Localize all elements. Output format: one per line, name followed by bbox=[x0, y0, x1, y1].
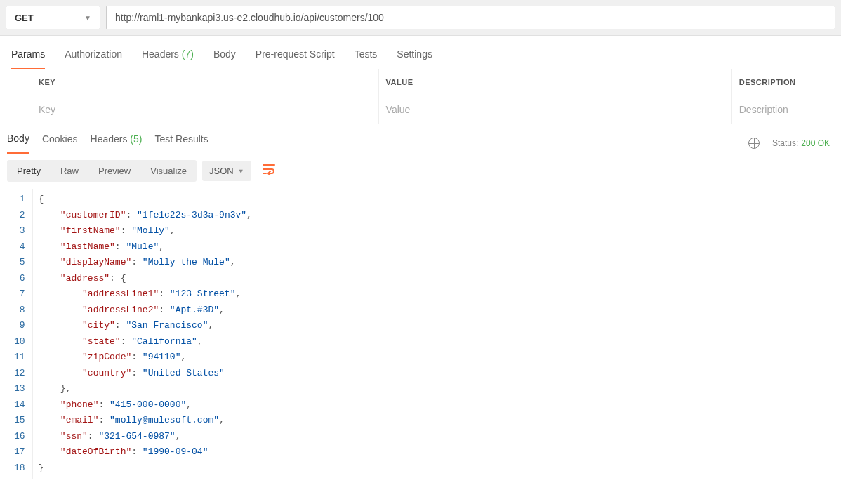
tab-params[interactable]: Params bbox=[11, 48, 45, 69]
headers-count: (7) bbox=[182, 48, 194, 60]
tab-resp-headers-label: Headers bbox=[91, 133, 128, 145]
tab-prerequest[interactable]: Pre-request Script bbox=[256, 48, 335, 69]
json-code[interactable]: { "customerID": "1fe1c22s-3d3a-9n3v", "f… bbox=[33, 189, 258, 479]
view-raw[interactable]: Raw bbox=[51, 160, 88, 182]
status-code: 200 OK bbox=[801, 138, 830, 148]
request-bar: GET ▼ bbox=[0, 0, 841, 36]
table-row[interactable]: Key Value Description bbox=[0, 95, 841, 124]
tab-test-results[interactable]: Test Results bbox=[154, 133, 208, 153]
format-select[interactable]: JSON ▼ bbox=[202, 161, 251, 181]
http-method-select[interactable]: GET ▼ bbox=[6, 6, 100, 29]
tab-body[interactable]: Body bbox=[213, 48, 236, 69]
line-gutter: 123456789101112131415161718 bbox=[0, 189, 33, 479]
key-input[interactable]: Key bbox=[0, 95, 378, 124]
chevron-down-icon: ▼ bbox=[238, 168, 244, 175]
tab-headers[interactable]: Headers (7) bbox=[142, 48, 194, 69]
globe-icon[interactable] bbox=[748, 138, 760, 149]
col-key: KEY bbox=[0, 69, 378, 95]
url-input[interactable] bbox=[106, 6, 835, 29]
response-tabs: Body Cookies Headers (5) Test Results St… bbox=[0, 124, 841, 153]
tab-resp-body[interactable]: Body bbox=[7, 133, 29, 154]
response-body-viewer[interactable]: 123456789101112131415161718 { "customerI… bbox=[0, 189, 841, 479]
col-description: DESCRIPTION bbox=[731, 69, 841, 95]
tab-resp-headers[interactable]: Headers (5) bbox=[91, 133, 143, 153]
table-header: KEY VALUE DESCRIPTION bbox=[0, 69, 841, 95]
view-visualize[interactable]: Visualize bbox=[140, 160, 197, 182]
view-preview[interactable]: Preview bbox=[88, 160, 140, 182]
tab-resp-cookies[interactable]: Cookies bbox=[42, 133, 78, 153]
tab-settings[interactable]: Settings bbox=[397, 48, 432, 69]
view-mode-bar: Pretty Raw Preview Visualize JSON ▼ bbox=[0, 153, 841, 189]
wrap-lines-icon[interactable] bbox=[257, 161, 281, 181]
col-value: VALUE bbox=[378, 69, 731, 95]
tab-headers-label: Headers bbox=[142, 48, 179, 60]
params-table: KEY VALUE DESCRIPTION Key Value Descript… bbox=[0, 69, 841, 124]
chevron-down-icon: ▼ bbox=[84, 14, 91, 22]
description-input[interactable]: Description bbox=[731, 95, 841, 124]
resp-headers-count: (5) bbox=[130, 133, 142, 145]
view-mode-pill: Pretty Raw Preview Visualize bbox=[7, 160, 197, 182]
tab-authorization[interactable]: Authorization bbox=[65, 48, 122, 69]
value-input[interactable]: Value bbox=[378, 95, 731, 124]
http-method-label: GET bbox=[15, 13, 34, 23]
status-label: Status: bbox=[772, 138, 798, 148]
view-pretty[interactable]: Pretty bbox=[7, 160, 51, 182]
request-tabs: Params Authorization Headers (7) Body Pr… bbox=[0, 36, 841, 69]
format-label: JSON bbox=[209, 166, 234, 176]
tab-tests[interactable]: Tests bbox=[355, 48, 378, 69]
